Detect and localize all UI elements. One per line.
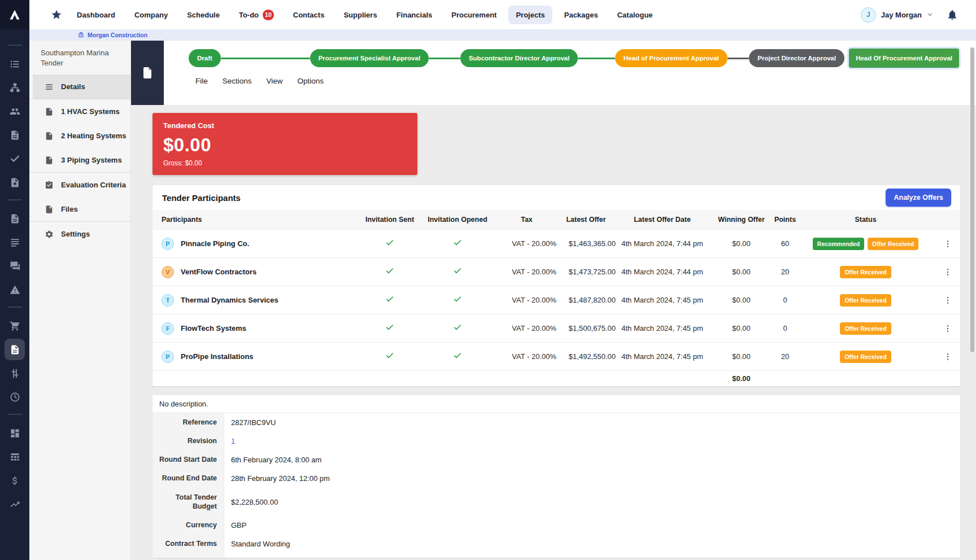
points-cell: 0 bbox=[774, 314, 796, 342]
scrollbar-thumb[interactable] bbox=[970, 47, 974, 352]
status-badge: Recommended bbox=[813, 238, 864, 250]
people-icon[interactable] bbox=[5, 99, 25, 123]
file-icon bbox=[45, 107, 54, 116]
scrollbar[interactable] bbox=[970, 45, 974, 558]
tax-cell: VAT - 20.00% bbox=[497, 314, 556, 342]
participant-cell: VVentFlow Contractors bbox=[152, 258, 361, 286]
nav-item-packages[interactable]: Packages bbox=[564, 11, 598, 19]
kebab-menu-icon[interactable] bbox=[943, 239, 952, 248]
nav-item-label: Contacts bbox=[293, 11, 325, 19]
table-icon[interactable] bbox=[5, 445, 25, 469]
table-row[interactable]: TThermal Dynamics ServicesVAT - 20.00%$1… bbox=[152, 286, 960, 314]
winning-offer-cell: $0.00 bbox=[709, 258, 774, 286]
clock-icon[interactable] bbox=[5, 385, 25, 409]
total-empty-cell bbox=[152, 371, 361, 386]
menu-item-view[interactable]: View bbox=[267, 77, 283, 85]
nav-item-financials[interactable]: Financials bbox=[396, 11, 433, 19]
nav-item-procurement[interactable]: Procurement bbox=[451, 11, 496, 19]
row-menu-cell bbox=[935, 230, 960, 257]
status-badge: Offer Received bbox=[840, 266, 891, 278]
org-chart-icon[interactable] bbox=[5, 76, 25, 99]
kebab-menu-icon[interactable] bbox=[943, 352, 952, 361]
nav-item-schedule[interactable]: Schedule bbox=[187, 11, 220, 19]
document-icon[interactable] bbox=[5, 207, 25, 230]
participant-name: Pinnacle Piping Co. bbox=[181, 239, 249, 248]
participant-name: FlowTech Systems bbox=[181, 324, 246, 333]
detail-field-label: Currency bbox=[152, 516, 224, 535]
warning-icon[interactable] bbox=[5, 278, 25, 301]
favorites-star-icon[interactable] bbox=[51, 9, 62, 20]
detail-field-value: 28th February 2024, 12:00 pm bbox=[224, 469, 337, 488]
document-tab[interactable] bbox=[131, 41, 164, 105]
main-column: DashboardCompanyScheduleTo-do10ContactsS… bbox=[29, 0, 976, 560]
latest-offer-date-cell: 4th March 2024, 7:45 pm bbox=[616, 314, 709, 342]
menu-item-file[interactable]: File bbox=[195, 77, 208, 85]
tender-participants-panel: Tender Participants Analyze Offers Parti… bbox=[152, 185, 960, 386]
sliders-icon[interactable] bbox=[5, 361, 25, 385]
points-cell: 20 bbox=[774, 258, 796, 286]
breadcrumb[interactable]: Morgan Construction bbox=[29, 29, 976, 41]
user-menu[interactable]: J Jay Morgan bbox=[861, 7, 933, 23]
notifications-bell-icon[interactable] bbox=[947, 9, 958, 21]
app-logo[interactable] bbox=[0, 0, 29, 29]
workflow-step-pill: Procurement Specialist Approval bbox=[310, 49, 429, 67]
sidebar-item-details[interactable]: Details bbox=[33, 75, 130, 99]
file-icon bbox=[45, 156, 54, 165]
check-icon bbox=[453, 266, 462, 277]
left-icon-rail bbox=[0, 0, 29, 560]
detail-fields-footer bbox=[152, 553, 960, 558]
kebab-menu-icon[interactable] bbox=[943, 324, 952, 333]
nav-item-label: Projects bbox=[516, 11, 544, 19]
column-header: Latest Offer bbox=[556, 210, 616, 229]
document-icon[interactable] bbox=[5, 123, 25, 147]
kebab-menu-icon[interactable] bbox=[943, 268, 952, 277]
dashboard-grid-icon[interactable] bbox=[5, 421, 25, 445]
table-row[interactable]: VVentFlow ContractorsVAT - 20.00%$1,473,… bbox=[152, 257, 960, 286]
breadcrumb-company: Morgan Construction bbox=[88, 32, 147, 38]
cart-icon[interactable] bbox=[5, 314, 25, 338]
list-icon[interactable] bbox=[5, 52, 25, 76]
trend-up-icon[interactable] bbox=[5, 492, 25, 516]
detail-field-value: 6th February 2024, 8:00 am bbox=[224, 450, 328, 469]
sidebar-item-evaluation-criteria[interactable]: Evaluation Criteria bbox=[33, 173, 130, 197]
nav-item-company[interactable]: Company bbox=[134, 11, 168, 19]
table-row[interactable]: PProPipe InstallationsVAT - 20.00%$1,492… bbox=[152, 342, 960, 370]
table-row[interactable]: PPinnacle Piping Co.VAT - 20.00%$1,463,3… bbox=[152, 229, 960, 257]
detail-field-value[interactable]: 1 bbox=[224, 432, 242, 450]
sidebar-item-3-piping-systems[interactable]: 3 Piping Systems bbox=[33, 148, 130, 172]
workflow-connector bbox=[221, 58, 310, 59]
menubar: FileSectionsViewOptions bbox=[189, 77, 959, 85]
total-empty-cell bbox=[935, 371, 960, 386]
sidebar-item-1-hvac-systems[interactable]: 1 HVAC Systems bbox=[33, 99, 130, 124]
sidebar-item-files[interactable]: Files bbox=[33, 197, 130, 221]
detail-field-value: GBP bbox=[224, 516, 253, 535]
file-upload-icon[interactable] bbox=[5, 170, 25, 194]
menu-item-sections[interactable]: Sections bbox=[223, 77, 252, 85]
details-list-icon bbox=[45, 82, 54, 91]
menu-item-options[interactable]: Options bbox=[298, 77, 324, 85]
checkmark-icon[interactable] bbox=[5, 147, 25, 170]
chat-icon[interactable] bbox=[5, 254, 25, 278]
detail-field-row: Reference2827/IBC9VU bbox=[152, 413, 960, 432]
nav-item-to-do[interactable]: To-do10 bbox=[239, 10, 274, 20]
kebab-menu-icon[interactable] bbox=[943, 296, 952, 305]
workflow-step-pill: Project Director Approval bbox=[749, 49, 844, 67]
analyze-offers-button[interactable]: Analyze Offers bbox=[886, 189, 951, 207]
text-lines-icon[interactable] bbox=[5, 230, 25, 254]
nav-item-dashboard[interactable]: Dashboard bbox=[77, 11, 115, 19]
sidebar-item-2-heating-systems[interactable]: 2 Heating Systems bbox=[33, 124, 130, 148]
latest-offer-cell: $1,473,725.00 bbox=[556, 258, 616, 286]
nav-item-suppliers[interactable]: Suppliers bbox=[343, 11, 377, 19]
document-icon[interactable] bbox=[5, 339, 25, 360]
nav-item-catalogue[interactable]: Catalogue bbox=[617, 11, 653, 19]
dollar-icon[interactable] bbox=[5, 469, 25, 492]
table-row[interactable]: FFlowTech SystemsVAT - 20.00%$1,500,675.… bbox=[152, 314, 960, 342]
sidebar-item-settings[interactable]: Settings bbox=[33, 222, 130, 246]
nav-item-projects[interactable]: Projects bbox=[508, 6, 552, 24]
divider bbox=[7, 45, 22, 46]
winning-offer-cell: $0.00 bbox=[709, 230, 774, 257]
head-of-procurement-approval-button[interactable]: Head Of Procurement Approval bbox=[849, 49, 959, 68]
latest-offer-date-cell: 4th March 2024, 7:45 pm bbox=[616, 286, 709, 314]
points-cell: 60 bbox=[774, 230, 796, 257]
nav-item-contacts[interactable]: Contacts bbox=[293, 11, 325, 19]
